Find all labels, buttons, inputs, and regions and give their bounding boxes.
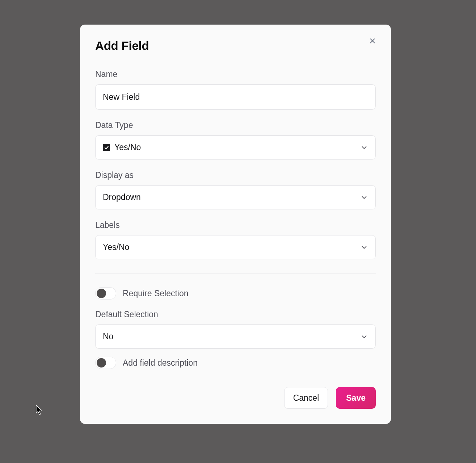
modal-title: Add Field [95, 39, 149, 53]
display-as-select[interactable]: Dropdown [95, 185, 376, 209]
display-as-group: Display as Dropdown [95, 170, 376, 209]
name-label: Name [95, 69, 376, 79]
toggle-knob [97, 358, 106, 368]
modal-header: Add Field [95, 39, 376, 53]
button-row: Cancel Save [95, 387, 376, 409]
chevron-down-icon [360, 333, 368, 341]
divider [95, 273, 376, 273]
toggle-knob [97, 289, 106, 298]
data-type-group: Data Type Yes/No [95, 120, 376, 160]
add-description-toggle[interactable] [95, 357, 116, 369]
default-selection-select[interactable]: No [95, 324, 376, 349]
require-selection-toggle[interactable] [95, 287, 116, 300]
name-group: Name [95, 69, 376, 110]
require-selection-label: Require Selection [123, 289, 189, 298]
save-button[interactable]: Save [336, 387, 376, 409]
name-input[interactable] [95, 84, 376, 110]
display-as-label: Display as [95, 170, 376, 180]
labels-value: Yes/No [103, 242, 129, 252]
default-selection-value: No [103, 332, 113, 341]
chevron-down-icon [360, 194, 368, 201]
data-type-select[interactable]: Yes/No [95, 135, 376, 160]
chevron-down-icon [360, 144, 368, 152]
close-icon [368, 37, 376, 45]
labels-label: Labels [95, 220, 376, 230]
add-description-label: Add field description [123, 358, 198, 368]
data-type-value: Yes/No [114, 143, 141, 152]
data-type-label: Data Type [95, 120, 376, 130]
default-selection-label: Default Selection [95, 310, 376, 319]
cancel-button[interactable]: Cancel [284, 387, 328, 409]
default-selection-group: Default Selection No [95, 310, 376, 349]
display-as-value: Dropdown [103, 192, 141, 202]
cursor-icon [36, 405, 44, 417]
close-button[interactable] [367, 35, 378, 47]
add-field-modal: Add Field Name Data Type Yes/No [80, 25, 391, 424]
chevron-down-icon [360, 243, 368, 251]
require-selection-row: Require Selection [95, 287, 376, 300]
labels-group: Labels Yes/No [95, 220, 376, 259]
add-description-row: Add field description [95, 357, 376, 369]
yesno-type-icon [103, 144, 110, 151]
labels-select[interactable]: Yes/No [95, 235, 376, 259]
